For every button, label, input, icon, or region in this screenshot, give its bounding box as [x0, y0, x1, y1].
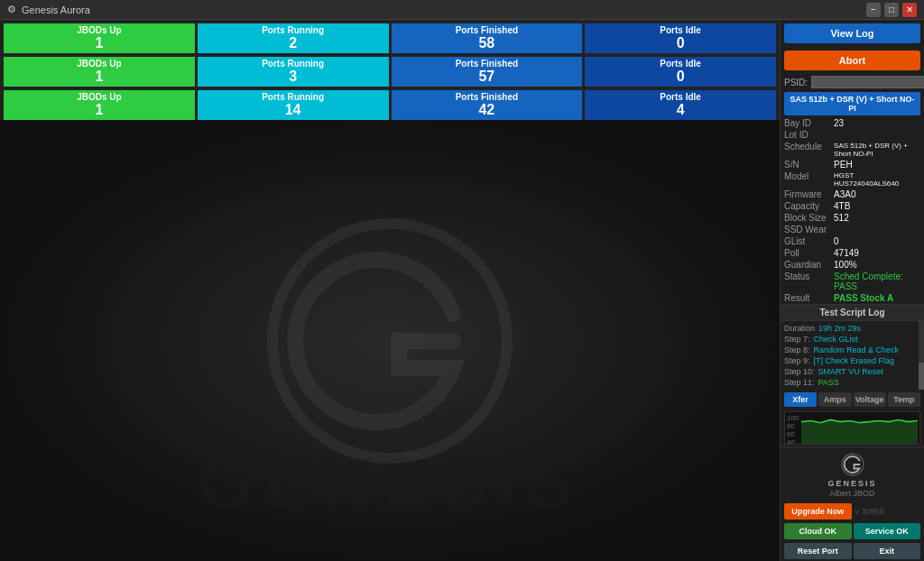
table-row: Guardian 100% — [781, 259, 924, 271]
ports-idle-label-3: Ports Idle — [660, 92, 701, 102]
psid-input[interactable] — [811, 76, 924, 88]
ports-running-value-3: 14 — [285, 102, 301, 118]
firmware-value: A3A0 — [830, 189, 924, 200]
guardian-value: 100% — [830, 259, 924, 271]
app-icon: ⚙ — [7, 4, 16, 15]
log-scrollbar-thumb[interactable] — [919, 363, 924, 390]
log-duration-row: Duration 19h 2m 29s — [784, 323, 920, 334]
table-row: Schedule SAS 512b + DSR (V) + Short NO-P… — [781, 141, 924, 159]
glist-value: 0 — [830, 235, 924, 247]
result-value: PASS Stock A — [830, 292, 924, 304]
table-row: Block Size 512 — [781, 212, 924, 224]
psid-label: PSID: — [784, 78, 808, 87]
table-row: S/N PEH — [781, 159, 924, 170]
window-controls: − □ ✕ — [866, 3, 917, 17]
guardian-label: Guardian — [781, 259, 830, 271]
status-buttons: Cloud OK Service OK — [781, 521, 924, 541]
ports-idle-value-1: 0 — [677, 35, 685, 51]
schedule-label: Schedule — [781, 141, 830, 159]
jbods-up-card-2: JBODs Up 1 — [4, 57, 195, 87]
capacity-label: Capacity — [781, 200, 830, 212]
genesis-brand-icon — [839, 451, 866, 478]
ports-idle-card-1: Ports Idle 0 — [585, 23, 776, 53]
ports-running-label-3: Ports Running — [262, 92, 324, 102]
tab-xfer[interactable]: Xfer — [784, 392, 817, 407]
right-panel: View Log Abort PSID: SAS 512b + DSR (V) … — [780, 20, 924, 561]
ports-running-card-2: Ports Running 3 — [198, 57, 389, 87]
list-item: Step 8: Random Read & Check — [784, 345, 920, 355]
table-row: Result PASS Stock A — [781, 292, 924, 304]
maximize-button[interactable]: □ — [884, 3, 899, 17]
chart-svg — [801, 414, 918, 445]
schedule-value: SAS 512b + DSR (V) + Short NO-PI — [830, 141, 924, 159]
ports-idle-value-3: 4 — [677, 102, 685, 118]
upgrade-now-button[interactable]: Upgrade Now — [784, 503, 852, 520]
jbods-up-label-1: JBODs Up — [77, 25, 121, 35]
poll-label: Poll — [781, 247, 830, 259]
tab-temp[interactable]: Temp — [888, 392, 920, 407]
status-label: Status — [781, 271, 830, 292]
cloud-ok-button[interactable]: Cloud OK — [784, 523, 852, 539]
y-label-60: 60 — [787, 430, 799, 438]
table-row: Lot ID — [781, 129, 924, 141]
list-item: Step 9: [T] Check Erased Flag — [784, 355, 920, 366]
main-layout: JBODs Up 1 Ports Running 2 Ports Finishe… — [0, 20, 924, 561]
table-row: GList 0 — [781, 235, 924, 247]
bottom-buttons: Upgrade Now v 30959 — [781, 501, 924, 521]
logo-area: GENESIS — [0, 120, 780, 561]
tab-voltage[interactable]: Voltage — [854, 392, 886, 407]
tab-amps[interactable]: Amps — [818, 392, 851, 407]
list-item: Step 11: PASS — [784, 377, 920, 388]
sn-label: S/N — [781, 159, 830, 170]
ports-idle-value-2: 0 — [677, 69, 685, 85]
minimize-button[interactable]: − — [866, 3, 881, 17]
titlebar-left: ⚙ Genesis Aurora — [7, 4, 90, 15]
ports-finished-value-2: 57 — [478, 69, 494, 85]
ports-idle-label-1: Ports Idle — [660, 25, 701, 35]
list-item: Step 7: Check GList — [784, 334, 920, 345]
close-button[interactable]: ✕ — [902, 3, 917, 17]
reset-port-button[interactable]: Reset Port — [784, 543, 852, 559]
left-panel: JBODs Up 1 Ports Running 2 Ports Finishe… — [0, 20, 780, 561]
table-row: Status Sched Complete: PASS — [781, 271, 924, 292]
ports-finished-label-1: Ports Finished — [456, 25, 518, 35]
jbods-up-label-2: JBODs Up — [77, 59, 121, 69]
action-buttons: Reset Port Exit — [781, 541, 924, 561]
ports-finished-card-2: Ports Finished 57 — [392, 57, 583, 87]
xfer-chart: 100 80 60 40 20 0 — [784, 411, 920, 445]
jbods-up-card-1: JBODs Up 1 — [4, 23, 195, 53]
ports-finished-card-3: Ports Finished 42 — [392, 90, 583, 120]
jbods-up-value-3: 1 — [95, 102, 103, 118]
lot-id-value — [830, 129, 924, 141]
ports-running-card-1: Ports Running 2 — [198, 23, 389, 53]
titlebar: ⚙ Genesis Aurora − □ ✕ — [0, 0, 924, 20]
ports-finished-card-1: Ports Finished 58 — [392, 23, 583, 53]
script-log-area: Duration 19h 2m 29s Step 7: Check GList … — [781, 321, 924, 390]
duration-value: 19h 2m 29s — [818, 324, 861, 333]
log-scrollbar[interactable] — [919, 321, 924, 390]
stats-row-2: JBODs Up 1 Ports Running 3 Ports Finishe… — [0, 53, 780, 87]
device-info-table: Bay ID 23 Lot ID Schedule SAS 512b + DSR… — [781, 117, 924, 304]
log-step-10-text: SMART VU Reset — [818, 367, 883, 376]
brand-name: GENESIS — [827, 479, 876, 488]
view-log-button[interactable]: View Log — [784, 23, 920, 43]
model-label: Model — [781, 170, 830, 189]
table-row: Poll 47149 — [781, 247, 924, 259]
log-step-7-text: Check GList — [814, 335, 858, 344]
bay-id-value: 23 — [830, 117, 924, 129]
table-row: Bay ID 23 — [781, 117, 924, 129]
ports-idle-card-2: Ports Idle 0 — [585, 57, 776, 87]
log-step-8-label: Step 8: — [784, 345, 810, 354]
jbods-up-value-2: 1 — [95, 69, 103, 85]
ports-running-card-3: Ports Running 14 — [198, 90, 389, 120]
lot-id-label: Lot ID — [781, 129, 830, 141]
exit-button[interactable]: Exit — [854, 543, 921, 559]
ports-finished-value-1: 58 — [478, 35, 494, 51]
service-ok-button[interactable]: Service OK — [854, 523, 921, 539]
stats-row-1: JBODs Up 1 Ports Running 2 Ports Finishe… — [0, 20, 780, 53]
ports-finished-label-3: Ports Finished — [456, 92, 518, 102]
ssd-wear-value — [830, 224, 924, 235]
status-value: Sched Complete: PASS — [830, 271, 924, 292]
jbods-up-label-3: JBODs Up — [77, 92, 121, 102]
abort-button[interactable]: Abort — [784, 51, 920, 70]
